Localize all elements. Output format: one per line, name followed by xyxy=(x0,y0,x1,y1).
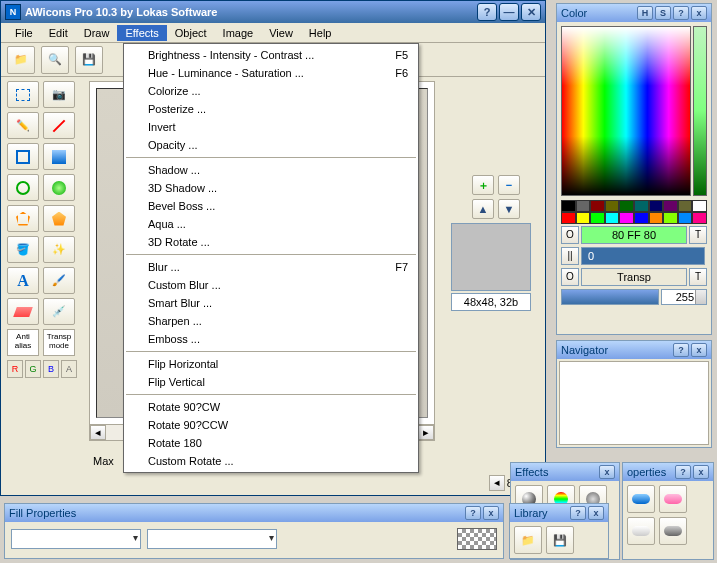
navigator-close[interactable]: x xyxy=(691,343,707,357)
text-tool[interactable]: A xyxy=(7,267,39,294)
bg-o[interactable]: O xyxy=(561,268,579,286)
fg-t[interactable]: T xyxy=(689,226,707,244)
transp-mode-toggle[interactable]: Transp mode xyxy=(43,329,75,356)
bg-value[interactable]: Transp xyxy=(581,268,687,286)
swatch[interactable] xyxy=(663,212,678,224)
color-s-button[interactable]: S xyxy=(655,6,671,20)
swatch[interactable] xyxy=(678,200,693,212)
effects-panel-close[interactable]: x xyxy=(599,465,615,479)
properties-close[interactable]: x xyxy=(693,465,709,479)
scroll-right-icon[interactable]: ▸ xyxy=(418,425,434,440)
antialias-toggle[interactable]: Anti alias xyxy=(7,329,39,356)
fill-type-combo[interactable] xyxy=(11,529,141,549)
fill-swatch[interactable] xyxy=(457,528,497,550)
menu-item[interactable]: Bevel Boss ... xyxy=(124,197,418,215)
circle-outline-tool[interactable] xyxy=(7,174,39,201)
swatch[interactable] xyxy=(692,200,707,212)
preview-thumbnail[interactable] xyxy=(451,223,531,291)
menu-image[interactable]: Image xyxy=(215,25,262,41)
preview-up[interactable]: ▲ xyxy=(472,199,494,219)
properties-help[interactable]: ? xyxy=(675,465,691,479)
menu-object[interactable]: Object xyxy=(167,25,215,41)
swatch[interactable] xyxy=(619,200,634,212)
channel-b[interactable]: B xyxy=(43,360,59,378)
menu-item[interactable]: Custom Rotate ... xyxy=(124,452,418,470)
color-close-button[interactable]: x xyxy=(691,6,707,20)
navigator-help[interactable]: ? xyxy=(673,343,689,357)
channel-g[interactable]: G xyxy=(25,360,41,378)
menu-item[interactable]: Sharpen ... xyxy=(124,312,418,330)
swatch[interactable] xyxy=(590,212,605,224)
menu-item[interactable]: Emboss ... xyxy=(124,330,418,348)
menu-item[interactable]: Rotate 180 xyxy=(124,434,418,452)
swatch[interactable] xyxy=(619,212,634,224)
menu-edit[interactable]: Edit xyxy=(41,25,76,41)
alpha-spinner[interactable]: 255 xyxy=(661,289,707,305)
rect-outline-tool[interactable] xyxy=(7,143,39,170)
swatch[interactable] xyxy=(576,212,591,224)
menu-item[interactable]: Flip Vertical xyxy=(124,373,418,391)
menu-draw[interactable]: Draw xyxy=(76,25,118,41)
swatch[interactable] xyxy=(561,200,576,212)
eraser-tool[interactable] xyxy=(7,298,39,325)
swatch[interactable] xyxy=(649,212,664,224)
minimize-button[interactable]: — xyxy=(499,3,519,21)
menu-item[interactable]: Colorize ... xyxy=(124,82,418,100)
menu-item[interactable]: Posterize ... xyxy=(124,100,418,118)
slider-toggle[interactable]: || xyxy=(561,247,579,265)
swatch[interactable] xyxy=(605,212,620,224)
menu-item[interactable]: Blur ...F7 xyxy=(124,258,418,276)
prop-blue[interactable] xyxy=(627,485,655,513)
brush-tool[interactable]: 🖌️ xyxy=(43,267,75,294)
fg-value[interactable]: 80 FF 80 xyxy=(581,226,687,244)
help-button[interactable]: ? xyxy=(477,3,497,21)
swatch[interactable] xyxy=(605,200,620,212)
open-button[interactable]: 📁 xyxy=(7,46,35,74)
swatch[interactable] xyxy=(692,212,707,224)
swatch[interactable] xyxy=(678,212,693,224)
save-button[interactable]: 💾 xyxy=(75,46,103,74)
menu-help[interactable]: Help xyxy=(301,25,340,41)
menu-item[interactable]: Invert xyxy=(124,118,418,136)
menu-item[interactable]: Custom Blur ... xyxy=(124,276,418,294)
library-close[interactable]: x xyxy=(588,506,604,520)
prop-white[interactable] xyxy=(627,517,655,545)
library-open[interactable]: 📁 xyxy=(514,526,542,554)
menu-item[interactable]: Smart Blur ... xyxy=(124,294,418,312)
library-save[interactable]: 💾 xyxy=(546,526,574,554)
menu-item[interactable]: Shadow ... xyxy=(124,161,418,179)
color-help-button[interactable]: ? xyxy=(673,6,689,20)
swatch[interactable] xyxy=(663,200,678,212)
lightness-bar[interactable] xyxy=(693,26,707,196)
alpha-slider[interactable] xyxy=(561,289,659,305)
swatch[interactable] xyxy=(576,200,591,212)
camera-tool[interactable]: 📷 xyxy=(43,81,75,108)
fill-close[interactable]: x xyxy=(483,506,499,520)
navigator-view[interactable] xyxy=(559,361,709,445)
menu-file[interactable]: File xyxy=(7,25,41,41)
menu-item[interactable]: 3D Shadow ... xyxy=(124,179,418,197)
swatch[interactable] xyxy=(634,212,649,224)
rect-fill-tool[interactable] xyxy=(43,143,75,170)
fill-tool[interactable]: 🪣 xyxy=(7,236,39,263)
preview-down[interactable]: ▼ xyxy=(498,199,520,219)
menu-view[interactable]: View xyxy=(261,25,301,41)
channel-a[interactable]: A xyxy=(61,360,77,378)
preview-add[interactable]: ＋ xyxy=(472,175,494,195)
pencil-tool[interactable]: ✏️ xyxy=(7,112,39,139)
wand-tool[interactable]: ✨ xyxy=(43,236,75,263)
fill-pattern-combo[interactable] xyxy=(147,529,277,549)
menu-item[interactable]: Rotate 90?CW xyxy=(124,398,418,416)
menu-effects[interactable]: Effects xyxy=(117,25,166,41)
channel-r[interactable]: R xyxy=(7,360,23,378)
swatch[interactable] xyxy=(649,200,664,212)
preview-remove[interactable]: − xyxy=(498,175,520,195)
prop-pink[interactable] xyxy=(659,485,687,513)
polygon-fill-tool[interactable] xyxy=(43,205,75,232)
menu-item[interactable]: Flip Horizontal xyxy=(124,355,418,373)
close-button[interactable]: ✕ xyxy=(521,3,541,21)
prop-gray[interactable] xyxy=(659,517,687,545)
swatch[interactable] xyxy=(561,212,576,224)
fg-o[interactable]: O xyxy=(561,226,579,244)
menu-item[interactable]: Brightness - Intensity - Contrast ...F5 xyxy=(124,46,418,64)
